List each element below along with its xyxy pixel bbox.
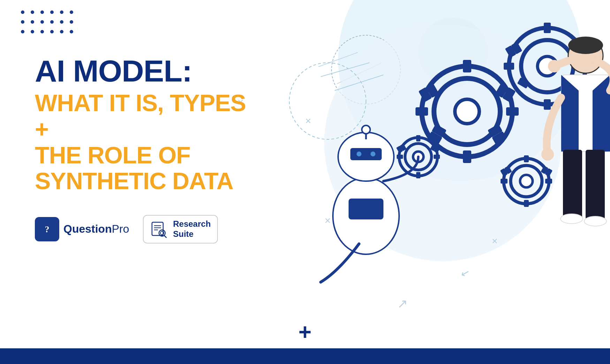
svg-line-9 xyxy=(164,235,166,238)
hero-title-orange: WHAT IT IS, TYPES + THE ROLE OF SYNTHETI… xyxy=(35,90,251,194)
research-suite-icon-svg xyxy=(150,220,168,238)
questionpro-logo: ? QuestionPro xyxy=(35,217,129,241)
research-suite-logo: Research Suite xyxy=(143,215,218,243)
svg-rect-79 xyxy=(586,150,605,219)
svg-rect-49 xyxy=(524,200,529,207)
svg-rect-3 xyxy=(152,222,163,235)
svg-point-83 xyxy=(541,148,554,161)
svg-point-81 xyxy=(584,216,607,226)
research-suite-text: Research Suite xyxy=(173,219,211,239)
illustration: ✕ ✕ ↙ xyxy=(251,21,610,348)
svg-rect-48 xyxy=(524,155,529,162)
svg-point-71 xyxy=(357,152,361,156)
right-panel: ✕ ✕ ↙ xyxy=(251,21,610,348)
svg-text:?: ? xyxy=(45,224,49,234)
hero-illustration-svg: ✕ ✕ ↙ xyxy=(251,21,610,334)
svg-rect-51 xyxy=(501,179,508,184)
questionpro-icon-svg: ? xyxy=(40,222,54,237)
svg-rect-78 xyxy=(563,150,582,219)
svg-rect-23 xyxy=(415,107,428,116)
hero-subtitle-line3: SYNTHETIC DATA xyxy=(35,168,251,194)
svg-rect-22 xyxy=(506,107,519,116)
svg-rect-35 xyxy=(544,23,551,33)
svg-point-82 xyxy=(548,60,561,72)
svg-rect-50 xyxy=(545,179,552,184)
svg-rect-59 xyxy=(416,135,420,141)
research-suite-icon xyxy=(150,220,168,238)
plus-decoration: + xyxy=(298,321,311,343)
left-panel: AI MODEL: WHAT IT IS, TYPES + THE ROLE O… xyxy=(35,21,251,348)
questionpro-icon: ? xyxy=(35,217,59,241)
page-container: ✕ ✕ ↙ AI MODEL: WHAT IT IS, TYPES + THE … xyxy=(0,0,610,364)
hero-subtitle-line1: WHAT IT IS, TYPES + xyxy=(35,90,251,142)
bottom-bar xyxy=(0,348,610,364)
content-area: AI MODEL: WHAT IT IS, TYPES + THE ROLE O… xyxy=(0,0,610,348)
svg-point-47 xyxy=(520,175,533,187)
svg-text:↙: ↙ xyxy=(459,266,471,279)
svg-point-74 xyxy=(362,125,370,134)
svg-point-76 xyxy=(568,37,603,54)
svg-point-80 xyxy=(561,214,583,224)
svg-rect-62 xyxy=(397,155,403,159)
svg-rect-61 xyxy=(434,155,440,159)
svg-rect-60 xyxy=(416,172,420,178)
svg-rect-70 xyxy=(350,148,382,160)
logo-section: ? QuestionPro xyxy=(35,215,251,243)
svg-text:✕: ✕ xyxy=(491,237,498,246)
hero-title-dark: AI MODEL: xyxy=(35,56,251,86)
svg-rect-38 xyxy=(504,63,514,70)
svg-rect-68 xyxy=(349,199,383,219)
hero-subtitle-line2: THE ROLE OF xyxy=(35,142,251,168)
svg-rect-20 xyxy=(463,60,471,72)
questionpro-text: QuestionPro xyxy=(63,223,129,235)
svg-rect-21 xyxy=(463,150,471,163)
svg-point-72 xyxy=(371,152,375,156)
svg-rect-36 xyxy=(544,99,551,110)
svg-text:✕: ✕ xyxy=(305,117,311,125)
svg-point-19 xyxy=(455,99,479,124)
